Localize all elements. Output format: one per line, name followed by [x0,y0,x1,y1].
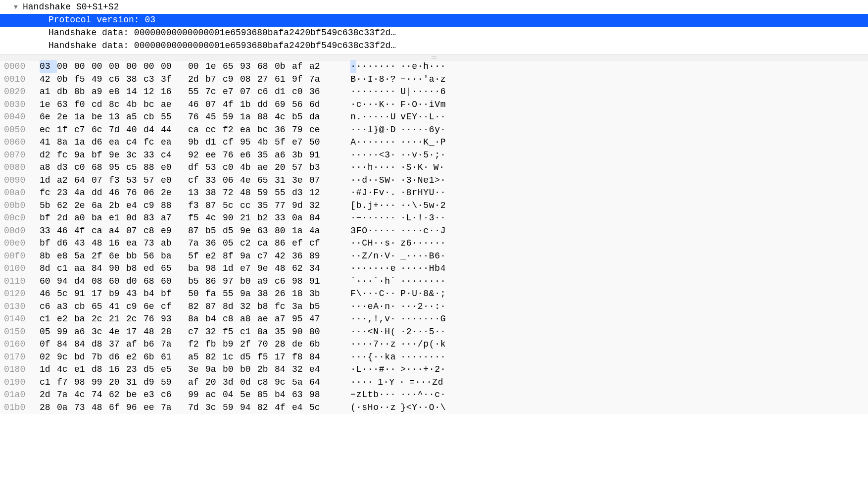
ascii-char[interactable]: · [390,212,396,225]
hex-byte[interactable]: 2f [92,250,109,263]
ascii-char[interactable]: · [350,174,356,187]
hex-byte[interactable]: 16 [161,86,178,99]
hex-byte[interactable]: cf [188,174,205,187]
hex-byte[interactable]: 4a [309,225,327,238]
hex-byte[interactable]: 7d [188,402,205,414]
ascii-char[interactable]: · [390,99,396,111]
ascii-char[interactable]: · [406,301,412,313]
ascii-char[interactable]: k [440,338,446,351]
ascii-char[interactable]: · [427,376,433,389]
hex-byte[interactable]: 87 [205,200,223,212]
ascii-char[interactable]: · [385,262,390,275]
hex-byte[interactable]: 2d [188,73,205,86]
ascii-char[interactable]: · [440,212,446,225]
ascii-char[interactable]: · [368,111,374,124]
ascii-char[interactable]: # [379,363,385,376]
ascii-char[interactable]: · [423,86,429,99]
ascii-char[interactable]: · [440,389,446,402]
hex-byte[interactable]: 07 [205,99,223,111]
ascii-char[interactable]: c [423,225,429,238]
hex-byte[interactable]: 68 [144,275,161,288]
hex-byte[interactable]: 9e [109,149,126,162]
ascii-char[interactable]: 3 [350,225,356,238]
ascii-char[interactable]: U [400,86,406,99]
ascii-char[interactable]: · [412,86,418,99]
hex-byte[interactable]: 31 [126,376,144,389]
ascii-char[interactable]: · [379,136,385,149]
hex-byte[interactable]: b5 [292,111,309,124]
ascii-char[interactable]: _ [400,250,406,263]
hex-byte[interactable]: 06 [144,187,161,200]
ascii-char[interactable]: · [373,363,379,376]
ascii-char[interactable]: · [368,363,374,376]
hex-byte[interactable]: 48 [92,237,109,250]
ascii-char[interactable]: \ [440,402,446,414]
hex-byte[interactable]: ae [257,313,275,326]
ascii-char[interactable]: : [434,301,440,313]
hex-byte[interactable]: 27 [257,73,275,86]
ascii-char[interactable]: K [423,136,429,149]
ascii-char[interactable]: 2 [418,301,424,313]
ascii-char[interactable]: · [412,351,418,364]
hex-byte[interactable]: 32 [309,200,327,212]
ascii-char[interactable]: · [434,187,440,200]
ascii-char[interactable]: · [440,124,446,137]
ascii-char[interactable]: · [418,250,424,263]
hex-byte[interactable]: ed [144,262,161,275]
ascii-char[interactable]: · [406,200,412,212]
ascii-char[interactable]: · [429,363,435,376]
hex-byte[interactable]: 8b [40,250,57,263]
ascii-char[interactable]: · [373,351,379,364]
ascii-char[interactable]: · [385,402,390,414]
hex-byte[interactable]: 60 [161,275,178,288]
hex-byte[interactable]: 1a [292,225,309,238]
ascii-char[interactable]: · [379,60,385,73]
hex-byte[interactable]: c4 [126,136,144,149]
hex-row[interactable]: 00c0bf2da0bae10d83a7f54c9021b2330a84·−··… [0,212,868,225]
hex-byte[interactable]: 62 [57,200,74,212]
hex-byte[interactable]: 94 [240,402,257,414]
ascii-char[interactable]: · [373,161,379,174]
ascii-char[interactable]: · [406,338,412,351]
hex-byte[interactable]: 20 [205,376,223,389]
ascii-char[interactable]: ' [423,73,429,86]
ascii-char[interactable]: · [373,73,379,86]
hex-byte[interactable]: af [292,60,309,73]
hex-byte[interactable]: 36 [309,86,327,99]
ascii-char[interactable]: O [412,99,418,111]
ascii-char[interactable]: · [406,73,412,86]
ascii-char[interactable]: · [406,288,412,301]
hex-byte[interactable]: 43 [74,237,92,250]
ascii-char[interactable]: · [400,200,406,212]
ascii-char[interactable]: e [368,301,374,313]
ascii-char[interactable]: J [362,187,368,200]
ascii-char[interactable]: = [409,376,415,389]
ascii-char[interactable]: · [434,73,440,86]
ascii-char[interactable]: · [368,212,374,225]
hex-byte[interactable]: 6f [109,402,126,414]
ascii-char[interactable]: A [373,301,379,313]
ascii-char[interactable]: 5 [429,326,435,339]
hex-byte[interactable]: 88 [257,111,275,124]
hex-byte[interactable]: 2e [161,187,178,200]
ascii-char[interactable]: \ [412,200,418,212]
ascii-char[interactable]: · [368,99,374,111]
hex-byte[interactable]: 5e [240,389,257,402]
ascii-char[interactable]: · [412,73,418,86]
hex-byte[interactable]: a5 [188,351,205,364]
ascii-char[interactable]: a [429,73,435,86]
hex-byte[interactable]: 82 [188,301,205,313]
ascii-char[interactable]: · [385,124,390,137]
hex-byte[interactable]: 3d [223,376,240,389]
hex-byte[interactable]: d5 [144,363,161,376]
hex-byte[interactable]: 5a [74,250,92,263]
ascii-char[interactable]: · [412,389,418,402]
ascii-char[interactable]: · [379,402,385,414]
ascii-char[interactable]: · [434,351,440,364]
hex-byte[interactable]: 4f [275,402,292,414]
hex-byte[interactable]: 9d [292,200,309,212]
ascii-char[interactable]: Y [423,187,429,200]
hex-byte[interactable]: 9f [292,73,309,86]
ascii-char[interactable]: · [385,389,390,402]
hex-byte[interactable]: c0 [74,161,92,174]
